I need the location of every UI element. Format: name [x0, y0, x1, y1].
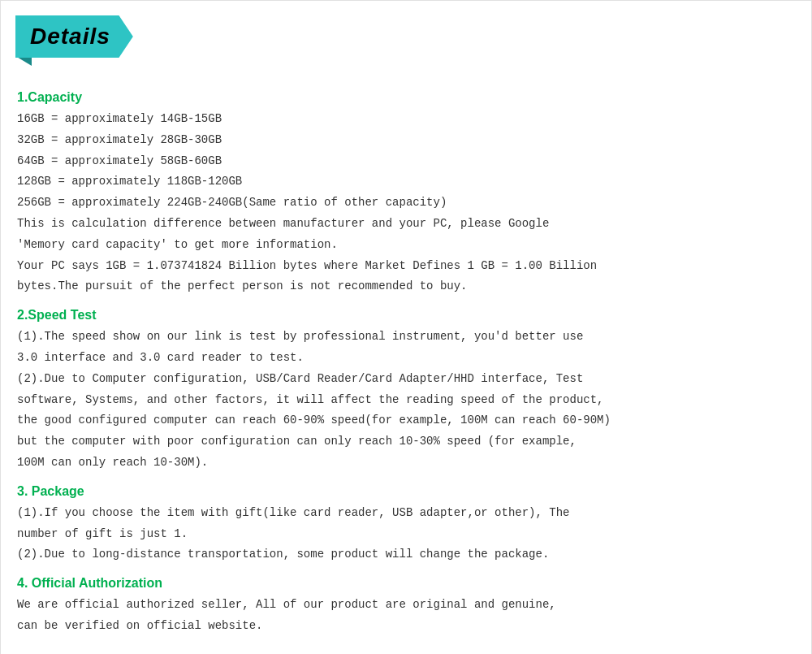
page-container: Details 1.Capacity 16GB = approximately …: [0, 0, 812, 654]
speed-line-3: (2).Due to Computer configuration, USB/C…: [17, 370, 795, 389]
speed-line-6: but the computer with poor configuration…: [17, 432, 795, 452]
speed-line-7: 100M can only reach 10-30M).: [17, 453, 795, 473]
section-speed: 2.Speed Test (1).The speed show on our l…: [17, 308, 795, 473]
capacity-line-3: 64GB = approximately 58GB-60GB: [17, 152, 795, 171]
content-area: 1.Capacity 16GB = approximately 14GB-15G…: [1, 72, 811, 654]
authorization-line-2: can be verified on official website.: [17, 617, 795, 636]
capacity-line-5: 256GB = approximately 224GB-240GB(Same r…: [17, 193, 795, 213]
speed-line-2: 3.0 interface and 3.0 card reader to tes…: [17, 349, 795, 368]
heading-package: 3. Package: [17, 484, 795, 499]
capacity-line-1: 16GB = approximately 14GB-15GB: [17, 110, 795, 129]
capacity-line-2: 32GB = approximately 28GB-30GB: [17, 131, 795, 150]
package-line-2: number of gift is just 1.: [17, 525, 795, 544]
heading-speed: 2.Speed Test: [17, 308, 795, 323]
details-banner: Details: [15, 15, 133, 58]
heading-authorization: 4. Official Authorization: [17, 576, 795, 591]
section-authorization: 4. Official Authorization We are officia…: [17, 576, 795, 636]
speed-line-4: software, Systems, and other factors, it…: [17, 391, 795, 410]
speed-line-1: (1).The speed show on our link is test b…: [17, 327, 795, 347]
capacity-line-6: This is calculation difference between m…: [17, 214, 795, 234]
package-line-1: (1).If you choose the item with gift(lik…: [17, 504, 795, 523]
capacity-line-9: bytes.The pursuit of the perfect person …: [17, 277, 795, 297]
speed-line-5: the good configured computer can reach 6…: [17, 411, 795, 431]
capacity-line-7: 'Memory card capacity' to get more infor…: [17, 236, 795, 255]
details-banner-shape: Details: [15, 15, 133, 58]
heading-capacity: 1.Capacity: [17, 90, 795, 105]
capacity-line-8: Your PC says 1GB = 1.073741824 Billion b…: [17, 257, 795, 276]
section-package: 3. Package (1).If you choose the item wi…: [17, 484, 795, 565]
authorization-line-1: We are official authorized seller, All o…: [17, 596, 795, 615]
section-capacity: 1.Capacity 16GB = approximately 14GB-15G…: [17, 90, 795, 297]
package-line-3: (2).Due to long-distance transportation,…: [17, 545, 795, 565]
capacity-line-4: 128GB = approximately 118GB-120GB: [17, 172, 795, 192]
details-title: Details: [30, 24, 110, 49]
